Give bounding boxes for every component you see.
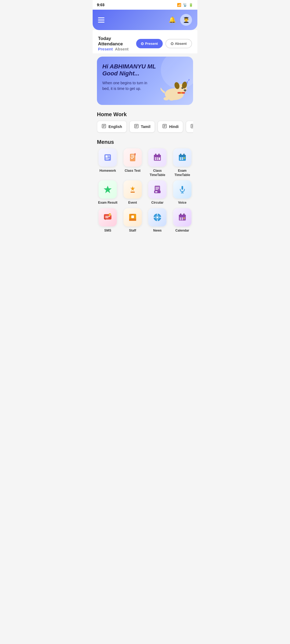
svg-rect-56: [182, 159, 183, 160]
absent-button[interactable]: Absent: [165, 39, 192, 48]
chip-icon: [190, 124, 193, 130]
menu-icon-examresult: [99, 180, 117, 199]
svg-rect-73: [131, 215, 134, 218]
svg-point-84: [180, 213, 181, 215]
greeting-quote: When one begins to turn in bed, it is ti…: [102, 80, 149, 92]
absent-radio-dot: [171, 42, 173, 45]
svg-point-77: [157, 217, 158, 218]
user-avatar[interactable]: 👨‍🎓: [180, 14, 192, 26]
svg-rect-52: [180, 158, 181, 159]
attendance-row: Today Attendance Present Absent Present …: [98, 36, 192, 51]
menu-label-calendar: Calendar: [175, 229, 189, 233]
homework-chip-tamil[interactable]: Tamil: [129, 121, 155, 133]
svg-point-50: [180, 154, 181, 155]
svg-rect-90: [182, 219, 183, 220]
menu-item-voice[interactable]: Voice: [172, 180, 193, 205]
menu-label-news: News: [153, 229, 162, 233]
svg-point-8: [180, 92, 182, 94]
menu-item-sms[interactable]: 24 SMS: [97, 208, 119, 233]
svg-point-9: [164, 97, 169, 100]
menu-label-voice: Voice: [178, 201, 186, 205]
svg-rect-34: [106, 159, 109, 160]
svg-rect-37: [131, 156, 134, 156]
svg-rect-29: [104, 154, 111, 161]
menu-icon-voice: [173, 180, 191, 199]
chip-label: Tamil: [141, 125, 151, 129]
svg-point-41: [155, 154, 157, 155]
menu-item-calendar[interactable]: Calendar: [172, 208, 193, 233]
homework-section-title: Home Work: [97, 111, 193, 118]
homework-section: Home Work English Tamil: [93, 108, 197, 136]
chip-label: Hindi: [169, 125, 179, 129]
svg-rect-64: [182, 186, 183, 190]
menus-section: Menus Homework Class Test Class TimeTabl…: [93, 136, 197, 236]
menu-icon-homework: [99, 148, 117, 167]
menu-item-classtimetable[interactable]: Class TimeTable: [147, 148, 168, 177]
svg-rect-36: [131, 155, 134, 155]
svg-rect-57: [130, 192, 135, 193]
svg-rect-46: [157, 159, 158, 160]
attendance-title-group: Today Attendance Present Absent: [98, 36, 136, 51]
attendance-section: Today Attendance Present Absent Present …: [93, 30, 197, 53]
homework-chips-list: English Tamil Hindi: [97, 121, 193, 134]
menu-item-staff[interactable]: Staff: [122, 208, 144, 233]
svg-point-85: [183, 213, 184, 215]
notification-bell-icon[interactable]: 🔔: [169, 16, 176, 23]
menu-label-examtimetable: Exam TimeTable: [172, 169, 193, 177]
menu-icon-staff: [124, 208, 142, 226]
menu-item-examtimetable[interactable]: Exam TimeTable: [172, 148, 193, 177]
menu-item-classtest[interactable]: Class Test: [122, 148, 144, 177]
svg-rect-40: [154, 155, 161, 157]
svg-point-5: [182, 87, 183, 88]
menu-icon-examtimetable: [173, 148, 191, 167]
chip-label: English: [108, 125, 122, 129]
wifi-icon: 📡: [183, 3, 187, 7]
homework-chip-maths[interactable]: Maths: [186, 121, 193, 133]
svg-rect-38: [135, 153, 136, 155]
svg-rect-53: [182, 158, 183, 159]
svg-point-42: [158, 154, 160, 155]
app-header: 🔔 👨‍🎓: [93, 10, 197, 30]
status-time: 9:03: [97, 3, 104, 7]
menu-label-classtimetable: Class TimeTable: [147, 169, 168, 177]
menu-item-homework[interactable]: Homework: [97, 148, 119, 177]
homework-chip-english[interactable]: English: [97, 121, 127, 133]
menu-label-sms: SMS: [104, 229, 111, 233]
menu-label-classtest: Class Test: [125, 169, 140, 173]
menu-icon-calendar: [173, 208, 191, 226]
menu-item-examresult[interactable]: Exam Result: [97, 180, 119, 205]
hamburger-menu-button[interactable]: [98, 17, 104, 23]
present-label: Present: [98, 47, 113, 51]
chip-icon: [134, 124, 139, 130]
menus-grid: Homework Class Test Class TimeTable Exam…: [97, 148, 193, 233]
present-radio-dot: [141, 42, 144, 45]
homework-chip-hindi[interactable]: Hindi: [158, 121, 183, 133]
svg-text:z: z: [186, 80, 188, 84]
svg-rect-88: [184, 218, 185, 219]
menu-label-examresult: Exam Result: [98, 201, 117, 205]
svg-rect-61: [155, 189, 158, 190]
svg-rect-83: [179, 215, 186, 217]
menu-label-event: Event: [128, 201, 137, 205]
svg-rect-32: [108, 156, 110, 157]
menu-item-event[interactable]: Event: [122, 180, 144, 205]
present-button[interactable]: Present: [136, 39, 163, 48]
menu-item-news[interactable]: News: [147, 208, 168, 233]
greeting-card: Hi ABHIMANYU ML Good Night... When one b…: [97, 57, 193, 105]
svg-point-51: [183, 154, 184, 155]
svg-point-6: [184, 89, 186, 91]
menu-label-homework: Homework: [100, 169, 116, 173]
svg-rect-31: [108, 155, 110, 156]
svg-rect-47: [159, 158, 160, 160]
menu-icon-classtimetable: [148, 148, 166, 167]
menu-icon-event: [124, 180, 142, 199]
svg-rect-30: [106, 155, 108, 158]
menu-icon-sms: 24: [99, 208, 117, 226]
menu-item-circular[interactable]: Circular: [147, 180, 168, 205]
svg-rect-69: [105, 217, 108, 218]
svg-rect-49: [179, 155, 186, 157]
menu-icon-news: [148, 208, 166, 226]
menu-icon-circular: [148, 180, 166, 199]
menus-section-title: Menus: [97, 139, 193, 145]
menu-label-staff: Staff: [129, 229, 136, 233]
